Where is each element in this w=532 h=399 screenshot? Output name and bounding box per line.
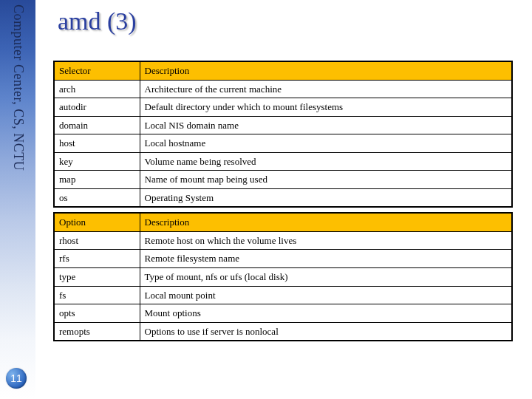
table-cell: Default directory under which to mount f… xyxy=(140,98,512,117)
table-cell: Options to use if server is nonlocal xyxy=(140,322,512,341)
table-row: remopts Options to use if server is nonl… xyxy=(54,322,512,341)
table-cell: Local hostname xyxy=(140,134,512,153)
table-row: domain Local NIS domain name xyxy=(54,116,512,134)
selectors-table: Selector Description arch Architecture o… xyxy=(53,61,513,208)
table-cell: arch xyxy=(54,80,140,98)
table-cell: domain xyxy=(54,116,140,134)
table-row: map Name of mount map being used xyxy=(54,171,512,189)
table-cell: key xyxy=(54,152,140,171)
table-cell: rhost xyxy=(54,231,140,250)
table-row: key Volume name being resolved xyxy=(54,152,512,171)
table-cell: Name of mount map being used xyxy=(140,171,512,189)
table-row: rfs Remote filesystem name xyxy=(54,250,512,268)
table-cell: remopts xyxy=(54,322,140,341)
options-table: Option Description rhost Remote host on … xyxy=(53,212,513,341)
table-cell: Remote filesystem name xyxy=(140,250,512,268)
table-header-row: Option Description xyxy=(54,213,512,231)
table-cell: Remote host on which the volume lives xyxy=(140,231,512,250)
table-cell: Volume name being resolved xyxy=(140,152,512,171)
sidebar-gradient: Computer Center, CS, NCTU xyxy=(0,0,35,399)
table-row: host Local hostname xyxy=(54,134,512,153)
table-cell: Mount options xyxy=(140,304,512,323)
table-cell: host xyxy=(54,134,140,153)
table-cell: Type of mount, nfs or ufs (local disk) xyxy=(140,268,512,287)
table-row: arch Architecture of the current machine xyxy=(54,80,512,98)
sidebar-label: Computer Center, CS, NCTU xyxy=(10,4,26,171)
table-header-cell: Selector xyxy=(54,61,140,80)
table-cell: opts xyxy=(54,304,140,323)
table-header-row: Selector Description xyxy=(54,61,512,80)
table-row: type Type of mount, nfs or ufs (local di… xyxy=(54,268,512,287)
table-row: fs Local mount point xyxy=(54,286,512,304)
table-cell: Operating System xyxy=(140,188,512,207)
slide-content: Selector Description arch Architecture o… xyxy=(53,61,511,341)
table-row: os Operating System xyxy=(54,188,512,207)
table-cell: rfs xyxy=(54,250,140,268)
table-cell: type xyxy=(54,268,140,287)
table-cell: autodir xyxy=(54,98,140,117)
table-header-cell: Description xyxy=(140,61,512,80)
table-cell: map xyxy=(54,171,140,189)
table-header-cell: Option xyxy=(54,213,140,231)
table-cell: Local NIS domain name xyxy=(140,116,512,134)
table-cell: fs xyxy=(54,286,140,304)
table-cell: Local mount point xyxy=(140,286,512,304)
slide: Computer Center, CS, NCTU 11 amd (3) Sel… xyxy=(0,0,532,399)
table-cell: os xyxy=(54,188,140,207)
table-cell: Architecture of the current machine xyxy=(140,80,512,98)
table-row: autodir Default directory under which to… xyxy=(54,98,512,117)
table-header-cell: Description xyxy=(140,213,512,231)
table-row: opts Mount options xyxy=(54,304,512,323)
page-title: amd (3) xyxy=(58,7,137,35)
page-number-badge: 11 xyxy=(6,368,27,389)
table-row: rhost Remote host on which the volume li… xyxy=(54,231,512,250)
